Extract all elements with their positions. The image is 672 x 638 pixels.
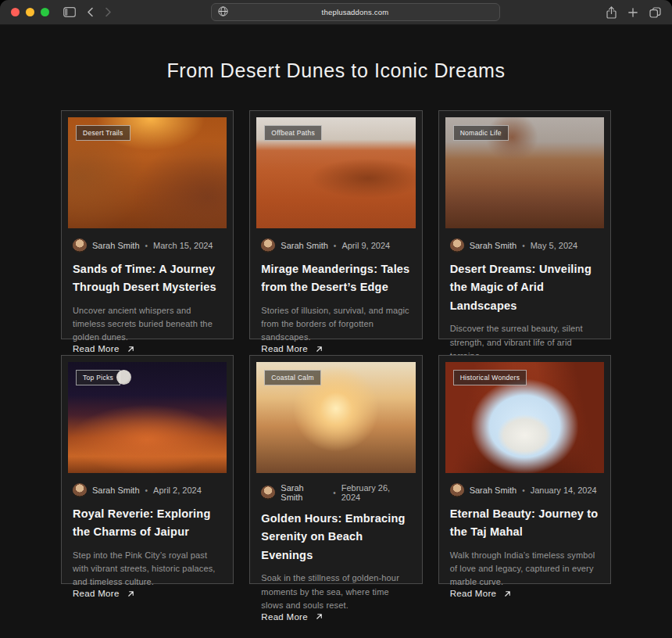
category-badge[interactable]: Historical Wonders [453,370,527,385]
post-thumbnail-mesa[interactable]: Nomadic Life [445,117,604,228]
author-avatar [450,483,464,497]
sidebar-toggle-button[interactable] [63,7,76,17]
post-date: April 9, 2024 [341,241,390,250]
chevron-right-icon [105,7,112,17]
post-card: Offbeat Paths Sarah Smith • April 9, 202… [249,110,422,339]
meta-separator: • [334,242,337,250]
author-name: Sarah Smith [92,241,140,250]
url-text: theplusaddons.com [218,8,493,16]
author-avatar [73,238,87,253]
post-title[interactable]: Eternal Beauty: Journey to the Taj Mahal [450,505,599,542]
post-thumbnail-beach[interactable]: Coastal Calm [256,362,415,473]
arrow-up-right-icon [127,590,135,598]
post-date: April 2, 2024 [153,486,202,495]
post-body: Sarah Smith • January 14, 2024 Eternal B… [445,473,604,606]
author-name: Sarah Smith [470,486,517,495]
post-title[interactable]: Golden Hours: Embracing Serenity on Beac… [261,510,410,565]
post-description: Stories of illusion, survival, and magic… [261,304,410,344]
author-avatar [73,483,87,497]
post-date: January 14, 2024 [531,486,597,495]
browser-toolbar: theplusaddons.com [0,0,672,25]
arrow-up-right-icon [315,612,323,621]
zoom-window-button[interactable] [41,8,49,16]
post-meta: Sarah Smith • May 5, 2024 [450,238,599,253]
post-body: Sarah Smith • March 15, 2024 Sands of Ti… [68,228,227,361]
post-title[interactable]: Desert Dreams: Unveiling the Magic of Ar… [450,260,599,315]
post-date: February 26, 2024 [341,483,411,502]
new-tab-button[interactable] [628,8,638,17]
post-title[interactable]: Royal Reverie: Exploring the Charms of J… [73,505,222,542]
tabs-icon [649,7,661,18]
post-date: March 15, 2024 [153,241,213,250]
author-name: Sarah Smith [470,241,517,250]
post-meta: Sarah Smith • January 14, 2024 [450,483,599,497]
author-name: Sarah Smith [281,241,328,250]
category-badge[interactable]: Coastal Calm [264,370,321,385]
author-avatar [261,486,275,500]
author-avatar [450,238,464,253]
read-more-label: Read More [73,589,120,598]
post-title[interactable]: Sands of Time: A Journey Through Desert … [73,260,222,297]
post-card: Nomadic Life Sarah Smith • May 5, 2024 D… [438,110,611,339]
post-body: Sarah Smith • April 2, 2024 Royal Reveri… [68,473,227,606]
address-bar[interactable]: theplusaddons.com [211,3,500,21]
sidebar-icon [63,7,76,17]
post-meta: Sarah Smith • February 26, 2024 [261,483,410,502]
post-card: Coastal Calm Sarah Smith • February 26, … [249,355,422,584]
address-bar-area: theplusaddons.com [112,3,599,21]
share-button[interactable] [606,6,617,19]
arrow-up-right-icon [315,345,323,353]
author-avatar [261,238,275,253]
arrow-up-right-icon [503,590,512,598]
post-thumbnail-canyon[interactable]: Desert Trails [68,117,227,228]
page-title: From Desert Dunes to Iconic Dreams [0,59,672,82]
post-meta: Sarah Smith • April 9, 2024 [261,238,410,253]
author-name: Sarah Smith [92,486,140,495]
post-card: Historical Wonders Sarah Smith • January… [438,355,611,584]
chevron-left-icon [87,7,94,17]
read-more-label: Read More [261,612,308,622]
read-more-link[interactable]: Read More [261,612,410,626]
close-window-button[interactable] [11,8,20,16]
share-icon [606,6,617,19]
blog-grid: Desert Trails Sarah Smith • March 15, 20… [61,110,611,584]
back-button[interactable] [87,7,94,17]
category-badge[interactable]: Desert Trails [76,125,130,141]
post-description: Step into the Pink City’s royal past wit… [73,549,222,589]
read-more-link[interactable]: Read More [450,589,599,603]
tab-overview-button[interactable] [649,7,661,18]
post-title[interactable]: Mirage Meanderings: Tales from the Deser… [261,260,410,297]
globe-icon [218,6,228,16]
read-more-label: Read More [450,589,497,598]
post-date: May 5, 2024 [531,241,578,250]
read-more-label: Read More [261,344,308,353]
meta-separator: • [522,242,525,250]
post-thumbnail-palace[interactable]: Top Picks [68,362,227,473]
meta-separator: • [145,486,148,495]
meta-separator: • [333,489,336,497]
post-card: Top Picks Sarah Smith • April 2, 2024 Ro… [61,355,234,584]
browser-window: theplusaddons.com [0,0,672,638]
plus-icon [628,8,638,17]
post-meta: Sarah Smith • April 2, 2024 [73,483,222,497]
meta-separator: • [145,242,148,250]
author-name: Sarah Smith [281,483,327,502]
read-more-label: Read More [73,344,120,353]
page-content: From Desert Dunes to Iconic Dreams Deser… [0,25,672,638]
post-description: Uncover ancient whispers and timeless se… [73,304,222,344]
post-thumbnail-dunes[interactable]: Offbeat Paths [256,117,415,228]
minimize-window-button[interactable] [26,8,34,16]
post-description: Soak in the stillness of golden-hour mom… [261,572,410,611]
category-badge[interactable]: Top Picks [76,370,120,385]
post-description: Walk through India’s timeless symbol of … [450,549,599,589]
category-badge[interactable]: Nomadic Life [453,125,509,141]
meta-separator: • [522,486,525,495]
post-thumbnail-taj[interactable]: Historical Wonders [445,362,604,473]
category-badge[interactable]: Offbeat Paths [264,125,322,141]
read-more-link[interactable]: Read More [73,589,222,603]
post-body: Sarah Smith • April 9, 2024 Mirage Meand… [256,228,415,361]
forward-button[interactable] [105,7,112,17]
post-meta: Sarah Smith • March 15, 2024 [73,238,222,253]
post-body: Sarah Smith • February 26, 2024 Golden H… [256,473,415,629]
arrow-up-right-icon [127,345,135,353]
